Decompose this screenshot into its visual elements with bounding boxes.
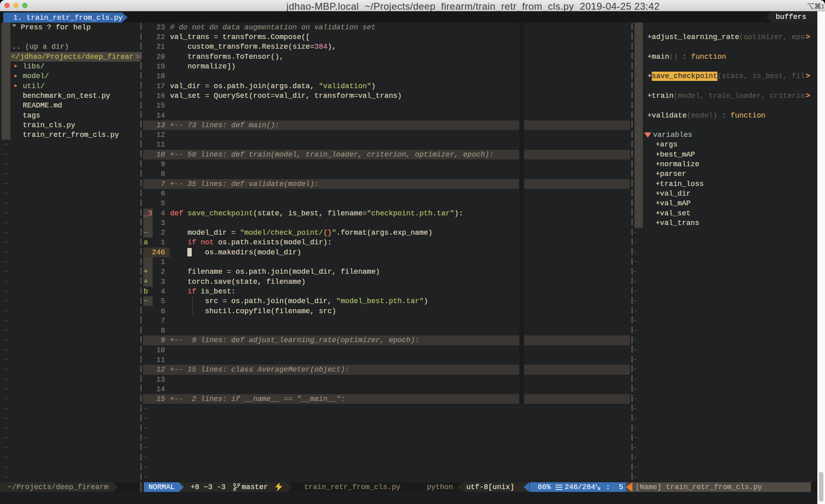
svg-text:1: 1: [821, 3, 824, 9]
